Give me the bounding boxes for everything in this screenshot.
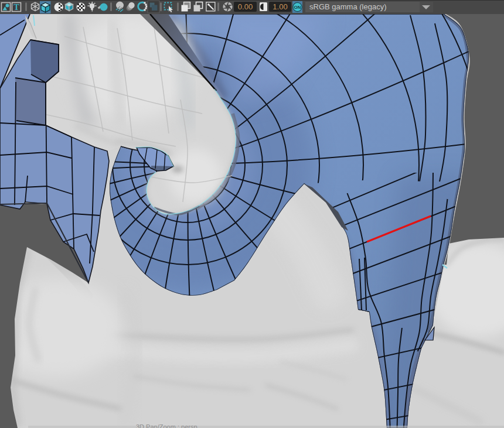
svg-text:T: T (13, 2, 19, 12)
svg-text:3D Pan/Zoom : persp: 3D Pan/Zoom : persp (136, 423, 197, 428)
svg-text:ON: ON (294, 5, 301, 10)
